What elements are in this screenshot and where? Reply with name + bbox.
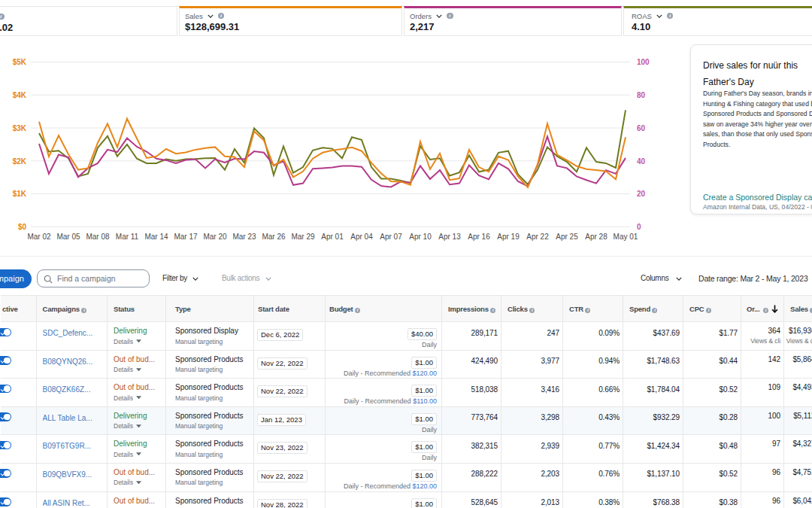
svg-text:40: 40 bbox=[637, 157, 646, 166]
svg-text:Apr 22: Apr 22 bbox=[526, 233, 549, 241]
svg-text:60: 60 bbox=[637, 124, 646, 132]
svg-text:Apr 25: Apr 25 bbox=[556, 233, 578, 241]
svg-text:Apr 28: Apr 28 bbox=[585, 233, 607, 241]
svg-text:Mar 11: Mar 11 bbox=[116, 233, 139, 241]
svg-text:Mar 17: Mar 17 bbox=[174, 233, 198, 241]
svg-text:$0: $0 bbox=[18, 223, 27, 231]
svg-text:Mar 26: Mar 26 bbox=[262, 233, 286, 241]
svg-text:Apr 10: Apr 10 bbox=[409, 233, 432, 241]
svg-text:100: 100 bbox=[637, 58, 650, 66]
svg-text:80: 80 bbox=[637, 91, 646, 99]
svg-text:$5K: $5K bbox=[13, 58, 27, 66]
svg-text:$2K: $2K bbox=[13, 157, 27, 166]
svg-text:Apr 16: Apr 16 bbox=[468, 233, 490, 241]
svg-text:Mar 08: Mar 08 bbox=[86, 233, 110, 241]
svg-text:Mar 02: Mar 02 bbox=[27, 233, 51, 241]
svg-text:$4K: $4K bbox=[13, 91, 27, 99]
svg-text:Apr 01: Apr 01 bbox=[321, 233, 344, 241]
svg-text:Mar 20: Mar 20 bbox=[203, 233, 227, 241]
svg-text:Mar 23: Mar 23 bbox=[232, 233, 256, 241]
svg-text:Mar 29: Mar 29 bbox=[291, 233, 315, 241]
svg-text:$1K: $1K bbox=[13, 190, 27, 198]
svg-text:20: 20 bbox=[637, 190, 646, 198]
svg-text:0: 0 bbox=[637, 223, 641, 231]
svg-text:May 01: May 01 bbox=[614, 233, 638, 241]
svg-text:$3K: $3K bbox=[13, 124, 27, 132]
svg-text:Apr 19: Apr 19 bbox=[497, 233, 520, 241]
svg-text:Mar 14: Mar 14 bbox=[144, 233, 168, 241]
svg-text:Apr 04: Apr 04 bbox=[350, 233, 373, 241]
svg-text:Apr 13: Apr 13 bbox=[438, 233, 461, 241]
svg-text:Mar 05: Mar 05 bbox=[56, 233, 80, 241]
svg-text:Apr 07: Apr 07 bbox=[380, 233, 402, 241]
